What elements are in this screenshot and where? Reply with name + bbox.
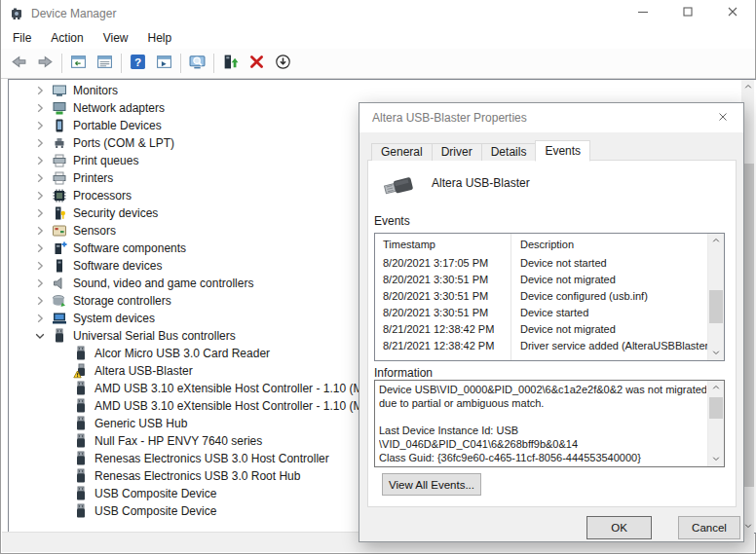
tree-item-label: Universal Serial Bus controllers [73,329,236,343]
events-section-label: Events [374,214,410,228]
chevron-right-icon[interactable] [32,118,48,133]
back-arrow-icon [11,54,27,74]
dialog-titlebar[interactable]: Altera USB-Blaster Properties [359,103,743,132]
cancel-button[interactable]: Cancel [678,516,740,539]
toolbar-show-console-tree-button[interactable] [65,52,92,76]
tab-general[interactable]: General [371,143,433,161]
description-cell: Device not migrated [510,323,708,335]
event-row[interactable]: 8/20/2021 3:30:51 PMDevice configured (u… [375,287,708,304]
maximize-button[interactable] [665,0,710,27]
toolbar-help-button[interactable]: ? [125,52,151,76]
tree-item-label: Printers [73,171,113,185]
toolbar-action-pane-button[interactable] [151,52,177,76]
tree-item-label: Software components [73,241,186,255]
ok-button[interactable]: OK [586,516,652,539]
description-cell: Driver service added (AlteraUSBBlaster) [510,340,708,351]
scroll-up-button[interactable] [741,80,754,93]
menu-file[interactable]: File [3,28,41,48]
scroll-down-button[interactable] [708,452,724,466]
description-cell: Device configured (usb.inf) [510,290,708,302]
usb-warning-icon [73,363,89,379]
chevron-down-icon[interactable] [32,328,48,344]
svg-text:?: ? [134,55,141,67]
usb-icon [73,486,89,501]
information-line: due to partial or ambiguous match. [379,396,706,410]
scroll-up-button[interactable] [708,381,724,395]
tree-item-label: Null Fax - HP ENVY 7640 series [94,434,262,448]
information-section-label: Information [374,366,433,380]
information-box[interactable]: Device USB\VID_0000&PID_0002\6&c1a2e2f&0… [374,380,725,467]
maximize-icon [680,4,696,23]
usb-icon [73,503,89,519]
properties-icon [96,54,113,74]
event-row[interactable]: 8/20/2021 3:17:05 PMDevice not started [375,254,708,271]
scrollbar-thumb[interactable] [709,290,723,323]
chevron-right-icon[interactable] [32,258,48,274]
chevron-right-icon[interactable] [32,188,48,203]
forward-arrow-icon [37,54,54,74]
usb-icon [73,381,89,396]
tree-item-label: Renesas Electronics USB 3.0 Host Control… [94,452,329,465]
minimize-button[interactable] [621,0,665,27]
chevron-right-icon[interactable] [32,276,48,291]
printer-icon [52,153,67,168]
timestamp-column-header: Timestamp [375,239,510,250]
usb-icon [73,451,89,466]
timestamp-cell: 8/20/2021 3:30:51 PM [375,307,510,318]
event-row[interactable]: 8/21/2021 12:38:42 PMDriver service adde… [375,337,708,353]
tree-item-label: Generic USB Hub [94,417,187,430]
window-titlebar[interactable]: Device Manager [1,0,755,27]
toolbar-update-driver-button[interactable] [217,52,244,76]
tree-item-label: Renesas Electronics USB 3.0 Root Hub [94,469,300,483]
usb-icon [52,328,67,344]
tree-item-label: Alcor Micro USB 3.0 Card Reader [94,347,270,360]
toolbar-scan-for-hardware-changes-button[interactable] [184,52,210,76]
toolbar-separator [213,54,214,73]
network-adapter-icon [52,100,67,116]
usb-icon [73,346,89,361]
uninstall-icon [248,54,265,74]
menu-view[interactable]: View [94,28,138,48]
chevron-right-icon[interactable] [32,153,48,168]
view-all-events-button[interactable]: View All Events... [382,473,481,496]
menu-action[interactable]: Action [41,28,93,48]
description-column-header: Description [510,239,724,250]
tab-details[interactable]: Details [481,143,537,161]
toolbar-disable-device-button[interactable] [270,52,296,76]
information-line: Class Guid: {36fc9e60-c465-11cf-8056-444… [379,451,706,464]
tree-item-label: Software devices [73,259,162,273]
information-line: Last Device Instance Id: USB [379,424,706,437]
toolbar-uninstall-device-button[interactable] [244,52,270,76]
menu-bar: FileActionViewHelp [3,27,755,49]
chevron-right-icon[interactable] [32,170,48,186]
tree-item-label: AMD USB 3.10 eXtensible Host Controller … [94,399,382,413]
printer-icon [52,170,67,186]
event-row[interactable]: 8/21/2021 12:38:42 PMDevice not migrated [375,320,708,337]
toolbar-separator [180,54,181,73]
menu-help[interactable]: Help [138,28,182,48]
chevron-right-icon[interactable] [32,293,48,309]
chevron-right-icon[interactable] [32,223,48,239]
toolbar-back-button[interactable] [6,52,32,76]
event-row[interactable]: 8/20/2021 3:30:51 PMDevice not migrated [375,271,708,287]
chevron-right-icon[interactable] [32,100,48,116]
toolbar-forward-button[interactable] [32,52,58,76]
chevron-right-icon[interactable] [32,83,48,98]
tree-item-label: Portable Devices [73,119,162,132]
scroll-down-button[interactable] [708,346,724,360]
chevron-right-icon[interactable] [32,205,48,221]
close-button[interactable] [710,0,755,27]
toolbar-separator [121,54,122,73]
dialog-close-button[interactable] [708,108,737,128]
chevron-right-icon[interactable] [32,311,48,326]
scrollbar-thumb[interactable] [709,397,723,419]
chevron-right-icon[interactable] [32,240,48,256]
tab-events[interactable]: Events [535,140,590,162]
chevron-right-icon[interactable] [32,135,48,151]
event-row[interactable]: 8/20/2021 3:30:51 PMDevice started [375,304,708,320]
tree-item[interactable]: Monitors [9,82,743,99]
usb-icon [73,398,89,414]
tab-driver[interactable]: Driver [432,143,482,161]
toolbar-properties-button[interactable] [92,52,118,76]
information-scrollbar[interactable] [707,381,724,466]
